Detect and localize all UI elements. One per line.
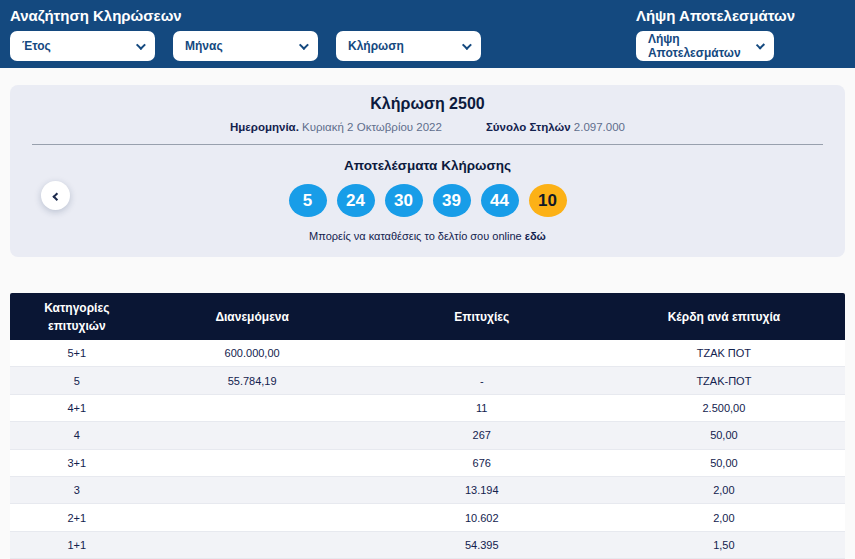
date-value: Κυριακή 2 Οκτωβρίου 2022 [302, 121, 442, 133]
cell-prize: ΤΖΑΚ-ΠΟΤ [603, 375, 845, 387]
cell-category: 5 [10, 375, 144, 387]
year-select[interactable]: Έτος [10, 31, 155, 61]
card-divider [32, 144, 823, 145]
total-columns-value: 2.097.000 [574, 121, 625, 133]
search-bar: Αναζήτηση Κληρώσεων Έτος Μήνας Κλήρωση Λ… [0, 0, 855, 68]
chevron-down-icon [755, 40, 764, 49]
bonus-number-ball: 10 [529, 184, 567, 217]
table-header-row: Κατηγορίες επιτυχιώνΔιανεμόμεναΕπιτυχίες… [10, 293, 845, 340]
cell-prize: ΤΖΑΚ ΠΟΤ [603, 347, 845, 359]
month-select[interactable]: Μήνας [173, 31, 318, 61]
draw-meta: Ημερομηνία. Κυριακή 2 Οκτωβρίου 2022 Σύν… [10, 121, 845, 133]
cell-prize: 50,00 [603, 429, 845, 441]
cell-category: 4 [10, 429, 144, 441]
cell-category: 5+1 [10, 347, 144, 359]
winning-numbers: 52430394410 [10, 184, 845, 217]
cell-category: 1+1 [10, 539, 144, 551]
download-results-select[interactable]: Λήψη Αποτελεσμάτων [636, 31, 774, 61]
draw-select[interactable]: Κλήρωση [336, 31, 481, 61]
date-label: Ημερομηνία. [230, 121, 299, 133]
cell-winners: 54.395 [361, 539, 603, 551]
download-results-title: Λήψη Αποτελεσμάτων [636, 7, 795, 24]
cell-prize: 50,00 [603, 457, 845, 469]
cell-category: 3 [10, 484, 144, 496]
cell-prize: 2,00 [603, 484, 845, 496]
submit-online-link[interactable]: εδώ [525, 230, 546, 242]
cell-winners: 13.194 [361, 484, 603, 496]
table-row: 426750,00 [10, 422, 845, 449]
table-row: 4+1112.500,00 [10, 395, 845, 422]
online-submit-note: Μπορείς να καταθέσεις το δελτίο σου onli… [10, 230, 845, 242]
draw-date: Ημερομηνία. Κυριακή 2 Οκτωβρίου 2022 [230, 121, 442, 133]
draw-title: Κλήρωση 2500 [10, 95, 845, 113]
cell-category: 2+1 [10, 512, 144, 524]
winning-number-ball: 44 [481, 184, 519, 217]
draw-card: Κλήρωση 2500 Ημερομηνία. Κυριακή 2 Οκτωβ… [10, 85, 845, 257]
total-columns-label: Σύνολο Στηλών [486, 121, 571, 133]
table-row: 313.1942,00 [10, 477, 845, 504]
winning-number-ball: 39 [433, 184, 471, 217]
cell-winners: 676 [361, 457, 603, 469]
winning-number-ball: 30 [385, 184, 423, 217]
draw-select-label: Κλήρωση [348, 39, 404, 53]
table-row: 555.784,19-ΤΖΑΚ-ΠΟΤ [10, 367, 845, 394]
previous-draw-button[interactable] [41, 181, 70, 210]
search-filters: Έτος Μήνας Κλήρωση [10, 31, 481, 61]
chevron-down-icon [136, 40, 146, 50]
cell-winners: - [361, 375, 603, 387]
column-header: Κατηγορίες επιτυχιών [10, 299, 144, 335]
table-body: 5+1600.000,00ΤΖΑΚ ΠΟΤ555.784,19-ΤΖΑΚ-ΠΟΤ… [10, 340, 845, 559]
download-results-select-label: Λήψη Αποτελεσμάτων [648, 32, 756, 60]
download-section: Λήψη Αποτελεσμάτων Λήψη Αποτελεσμάτων [636, 7, 795, 68]
cell-prize: 1,50 [603, 539, 845, 551]
online-submit-text: Μπορείς να καταθέσεις το δελτίο σου onli… [309, 230, 522, 242]
column-header: Κέρδη ανά επιτυχία [603, 308, 845, 326]
total-columns: Σύνολο Στηλών 2.097.000 [486, 121, 625, 133]
chevron-down-icon [299, 40, 309, 50]
cell-prize: 2,00 [603, 512, 845, 524]
results-table: Κατηγορίες επιτυχιώνΔιανεμόμεναΕπιτυχίες… [10, 293, 845, 559]
cell-winners: 10.602 [361, 512, 603, 524]
table-row: 1+154.3951,50 [10, 532, 845, 559]
cell-distributed: 600.000,00 [144, 347, 361, 359]
search-draws-title: Αναζήτηση Κληρώσεων [10, 7, 481, 24]
draw-results-title: Αποτελέσματα Κλήρωσης [10, 158, 845, 173]
cell-distributed: 55.784,19 [144, 375, 361, 387]
column-header: Διανεμόμενα [144, 308, 361, 326]
table-row: 2+110.6022,00 [10, 504, 845, 531]
chevron-down-icon [462, 40, 472, 50]
search-section: Αναζήτηση Κληρώσεων Έτος Μήνας Κλήρωση [10, 7, 481, 68]
table-row: 3+167650,00 [10, 450, 845, 477]
cell-winners: 267 [361, 429, 603, 441]
year-select-label: Έτος [22, 39, 51, 53]
cell-winners: 11 [361, 402, 603, 414]
table-row: 5+1600.000,00ΤΖΑΚ ΠΟΤ [10, 340, 845, 367]
chevron-left-icon [52, 192, 60, 200]
column-header: Επιτυχίες [361, 308, 603, 326]
cell-category: 3+1 [10, 457, 144, 469]
cell-prize: 2.500,00 [603, 402, 845, 414]
month-select-label: Μήνας [185, 39, 223, 53]
winning-number-ball: 5 [289, 184, 327, 217]
cell-category: 4+1 [10, 402, 144, 414]
winning-number-ball: 24 [337, 184, 375, 217]
